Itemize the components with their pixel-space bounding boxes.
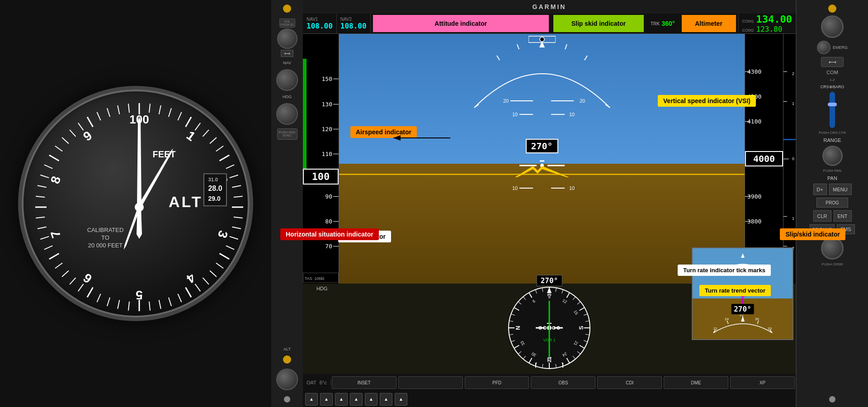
svg-line-10 [220,155,230,161]
as-tick-110 [333,154,339,154]
inset-heading-display: 270° [731,304,754,314]
arrow-btn-3[interactable]: ▲ [335,393,348,406]
emerg-label: EMERG [833,45,848,50]
svg-line-12 [230,175,238,178]
nav-knob[interactable] [276,69,298,91]
svg-line-56 [97,112,100,120]
arrow-btn-1[interactable]: ▲ [305,393,318,406]
as-80: 80 [325,218,332,225]
vol-knob[interactable] [277,28,297,49]
svg-line-179 [727,321,728,324]
altimeter-tape: 4300 4200 4100 4000 3900 3800 [745,34,783,284]
inset-map: 21 24 27 30 33 270° [692,247,793,340]
right-top-knob[interactable] [821,15,844,38]
vsi-tick-2dn [783,246,787,246]
softkey-pfd[interactable]: PFD [465,376,529,389]
svg-line-19 [226,246,234,249]
tas-label: TAS [305,276,312,281]
alt-knob[interactable] [276,369,298,390]
bottom-bar: OAT 6°c INSET PFD OBS CDI DME XP [303,374,796,391]
svg-line-34 [97,294,100,302]
svg-line-5 [186,117,192,127]
svg-text:TO: TO [101,234,109,241]
svg-line-14 [234,196,243,197]
fms-btn[interactable]: FMS [837,224,855,234]
nav2-block: NAV2 108.00 [337,14,371,33]
svg-line-37 [70,278,75,284]
softkey-inset[interactable]: INSET [332,376,396,389]
svg-line-6 [195,123,200,130]
svg-text:21: 21 [713,327,717,331]
vol-push-id-btn[interactable]: VOL PUSH ID [279,19,295,28]
com-label: COM [826,70,838,75]
softkey-dme[interactable]: DME [664,376,728,389]
right-control-strip: EMERG ⟷ COM 1-2 CRS⊕BARO PUSH CRS CTR RA… [796,0,868,407]
range-knob[interactable] [822,146,843,166]
svg-text:7: 7 [48,229,63,240]
com1-label: COM1 [742,19,754,24]
arrow-btn-5[interactable]: ▲ [365,393,377,406]
vsi-pointer [783,139,796,140]
vsi-2up: 2 [792,71,794,76]
altimeter-label: Altimeter [695,20,722,27]
as-120: 120 [322,125,332,132]
prog-btn[interactable]: PROG [816,198,848,208]
svg-line-51 [55,146,62,151]
heading-display: 270° [525,139,558,153]
svg-text:33: 33 [768,327,772,331]
svg-text:N: N [514,326,521,330]
heading-value: 270° [531,141,552,151]
svg-line-36 [78,284,84,291]
svg-marker-76 [137,117,142,207]
arrow-btn-4[interactable]: ▲ [350,393,363,406]
clr-btn[interactable]: CLR [813,210,831,222]
arrow-btn-6[interactable]: ▲ [380,393,392,406]
frequency-bar: NAV1 108.00 NAV2 108.00 Attitude indicat… [303,14,796,34]
dflt-map-btn[interactable]: DFLT MAP [810,224,835,234]
arrow-btn-top[interactable]: ⟷ [281,50,293,57]
nav-label: NAV [283,61,291,66]
crs-baro-label: CRS⊕BARO [821,85,844,89]
hdg-knob[interactable] [276,103,298,125]
inset-bank-svg [716,251,770,278]
as-110: 110 [322,150,332,157]
sky [339,34,745,179]
push-btn-row1: EMERG [817,41,848,54]
softkey-xpdr[interactable]: XP [730,376,795,389]
compass-svg: N S 3 21 6 9 12 15 [506,285,592,371]
softkey-obs[interactable]: OBS [531,376,595,389]
ent-btn[interactable]: ENT [834,210,852,222]
svg-line-59 [128,104,129,113]
arrow-swap-btn[interactable]: ⟷ [821,57,844,67]
arrow-btn-2[interactable]: ▲ [320,393,333,406]
svg-text:1: 1 [184,128,198,144]
as-90: 90 [325,193,332,199]
altimeter-gauge: 100 1 1 2 3 4 [18,86,253,321]
inset-bank-arc [716,251,770,279]
slip-skid-label: Slip skid indicator [571,20,626,27]
svg-line-11 [226,165,234,168]
as-70: 70 [325,243,332,250]
right-small-knob1[interactable] [817,41,830,54]
svg-text:24: 24 [725,317,729,321]
arrow-bar: ▲ ▲ ▲ ▲ ▲ ▲ ▲ [303,391,796,407]
hsi-heading-value: 270° [541,276,558,285]
svg-text:30: 30 [755,317,759,321]
d-plus-btn[interactable]: D+ [813,184,827,195]
svg-line-50 [49,155,59,161]
fms-knob[interactable] [821,237,844,260]
svg-line-42 [40,237,49,239]
vsi-0: 0 [792,156,794,161]
arrow-btn-7[interactable]: ▲ [395,393,407,406]
drum-readout: 31.0 28.0 29.0 [203,173,226,207]
tas-value: 106kt [314,276,324,281]
crs-slider[interactable] [830,92,835,128]
airspeed-tape: 150 130 120 110 100 90 80 [303,34,339,284]
menu-btn[interactable]: MENU [829,184,852,195]
svg-line-54 [78,123,84,130]
alt-indicator-light [283,355,291,364]
pfd-layout: 150 130 120 110 100 90 80 [303,34,796,284]
push-hdg-sync-btn[interactable]: PUSH HDG SYNC [277,128,297,140]
softkey-cdi[interactable]: CDI [597,376,662,389]
inset-compass-svg: 21 24 27 30 33 [711,312,774,335]
